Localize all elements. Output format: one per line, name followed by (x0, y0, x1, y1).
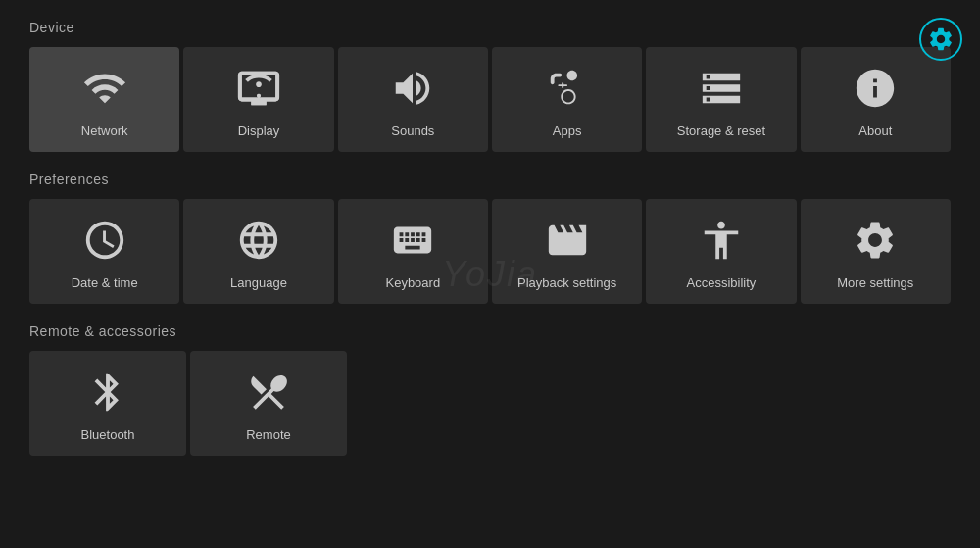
apps-icon (545, 63, 590, 114)
preferences-grid: Date & time Language Keyboard Playback s… (29, 199, 951, 304)
apps-label: Apps (553, 124, 582, 138)
bluetooth-icon (85, 367, 130, 418)
storage-reset-item[interactable]: Storage & reset (646, 47, 796, 152)
about-label: About (858, 124, 892, 138)
preferences-section: Preferences Date & time Language Keyboar… (29, 172, 951, 304)
preferences-section-label: Preferences (29, 172, 951, 187)
sounds-label: Sounds (391, 124, 434, 138)
network-item[interactable]: Network (29, 47, 179, 152)
more-settings-label: More settings (837, 275, 913, 290)
remote-icon (246, 367, 291, 418)
display-item[interactable]: Display (183, 47, 333, 152)
bluetooth-label: Bluetooth (81, 427, 135, 442)
device-section: Device Network Display Sounds (29, 20, 951, 152)
accessibility-label: Accessibility (687, 275, 757, 290)
remote-grid: Bluetooth Remote (29, 351, 951, 456)
remote-label: Remote (246, 427, 291, 442)
remote-section-label: Remote & accessories (29, 324, 951, 339)
storage-reset-label: Storage & reset (677, 124, 765, 138)
clock-icon (82, 215, 127, 266)
top-right-settings-button[interactable] (919, 18, 962, 61)
svg-point-0 (257, 94, 261, 98)
accessibility-icon (699, 215, 744, 266)
keyboard-item[interactable]: Keyboard (338, 199, 488, 304)
gear-icon (927, 25, 955, 53)
language-item[interactable]: Language (183, 199, 333, 304)
sounds-icon (390, 63, 435, 114)
device-section-label: Device (29, 20, 951, 35)
keyboard-icon (390, 215, 435, 266)
date-time-label: Date & time (72, 275, 138, 290)
more-settings-icon (853, 215, 898, 266)
remote-section: Remote & accessories Bluetooth Remote (29, 324, 951, 456)
sounds-item[interactable]: Sounds (338, 47, 488, 152)
network-label: Network (81, 124, 128, 138)
about-icon (853, 63, 898, 114)
playback-settings-label: Playback settings (517, 275, 616, 290)
more-settings-item[interactable]: More settings (801, 199, 951, 304)
language-label: Language (230, 275, 287, 290)
playback-settings-item[interactable]: Playback settings (492, 199, 642, 304)
accessibility-item[interactable]: Accessibility (646, 199, 796, 304)
display-icon (236, 63, 281, 114)
date-time-item[interactable]: Date & time (29, 199, 179, 304)
about-item[interactable]: About (801, 47, 951, 152)
bluetooth-item[interactable]: Bluetooth (29, 351, 186, 456)
remote-item[interactable]: Remote (190, 351, 347, 456)
display-label: Display (238, 124, 280, 138)
playback-icon (545, 215, 590, 266)
main-content: Device Network Display Sounds (0, 0, 980, 495)
keyboard-label: Keyboard (385, 275, 440, 290)
globe-icon (236, 215, 281, 266)
network-icon (82, 63, 127, 114)
apps-item[interactable]: Apps (492, 47, 642, 152)
storage-icon (699, 63, 744, 114)
device-grid: Network Display Sounds Apps (29, 47, 951, 152)
